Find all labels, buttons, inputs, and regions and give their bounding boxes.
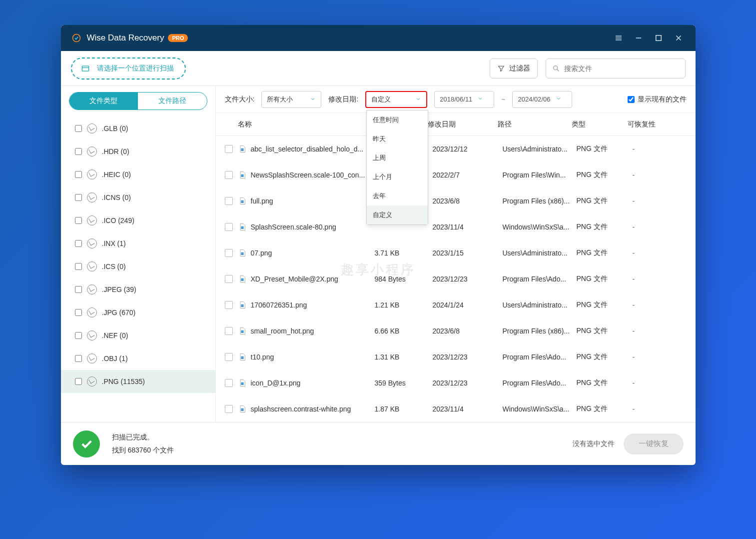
dropdown-option[interactable]: 昨天 (367, 130, 428, 148)
col-type[interactable]: 类型 (572, 120, 628, 129)
toolbar: 请选择一个位置进行扫描 过滤器 (61, 51, 696, 86)
row-checkbox[interactable] (225, 249, 233, 257)
file-path: Users\Administrato... (503, 301, 577, 309)
file-name: t10.png (251, 353, 375, 361)
table-row[interactable]: 17060726351.png1.21 KB2024/1/24Users\Adm… (216, 292, 696, 318)
date-from-value: 2018/06/11 (440, 96, 472, 103)
file-recoverability: - (633, 197, 687, 205)
col-name[interactable]: 名称 (225, 120, 370, 129)
file-path: Windows\WinSxS\a... (503, 405, 577, 413)
svg-point-0 (72, 34, 80, 42)
sidebar-item[interactable]: .ICO (249) (61, 209, 215, 232)
col-path[interactable]: 路径 (498, 120, 572, 129)
row-checkbox[interactable] (225, 145, 233, 153)
table-row[interactable]: icon_D@1x.png359 Bytes2023/12/23Program … (216, 370, 696, 396)
search-box[interactable] (546, 58, 686, 78)
dropdown-option[interactable]: 去年 (367, 186, 428, 206)
show-existing-input[interactable] (628, 96, 635, 103)
file-path: Program Files (x86)... (503, 327, 577, 335)
table-row[interactable]: full.png2023/6/8Program Files (x86)...PN… (216, 188, 696, 214)
menu-button[interactable] (612, 31, 626, 45)
row-checkbox[interactable] (225, 353, 233, 361)
table-row[interactable]: small_room_hot.png6.66 KB2023/6/8Program… (216, 318, 696, 344)
sidebar-item-checkbox[interactable] (75, 309, 82, 316)
sidebar-item-checkbox[interactable] (75, 194, 82, 201)
sidebar-item[interactable]: .NEF (0) (61, 324, 215, 347)
sidebar-item[interactable]: .HDR (0) (61, 140, 215, 163)
body: 文件类型 文件路径 .GLB (0).HDR (0).HEIC (0).ICNS… (61, 86, 696, 422)
tab-file-type[interactable]: 文件类型 (69, 92, 138, 110)
sidebar-item-label: .ICS (0) (102, 262, 126, 270)
select-location-button[interactable]: 请选择一个位置进行扫描 (71, 58, 186, 80)
dropdown-option[interactable]: 上周 (367, 148, 428, 168)
row-checkbox[interactable] (225, 327, 233, 335)
size-dropdown[interactable]: 所有大小 (261, 91, 321, 108)
svg-rect-13 (241, 382, 243, 385)
row-checkbox[interactable] (225, 197, 233, 205)
table-row[interactable]: XD_Preset_Mobile@2X.png984 Bytes2023/12/… (216, 266, 696, 292)
sidebar-item-checkbox[interactable] (75, 355, 82, 362)
sidebar-item[interactable]: .JPEG (39) (61, 278, 215, 301)
sidebar-item[interactable]: .JPG (670) (61, 301, 215, 324)
row-checkbox[interactable] (225, 275, 233, 283)
row-checkbox[interactable] (225, 223, 233, 231)
file-size: 1.21 KB (375, 301, 433, 309)
search-input[interactable] (564, 64, 679, 72)
sidebar-item[interactable]: .ICS (0) (61, 255, 215, 278)
file-recoverability: - (633, 379, 687, 387)
table-row[interactable]: abc_list_selector_disabled_holo_d...2023… (216, 136, 696, 162)
table-row[interactable]: splashscreen.contrast-white.png1.87 KB20… (216, 396, 696, 422)
recover-button[interactable]: 一键恢复 (624, 434, 684, 454)
scan-complete-icon (73, 430, 100, 458)
file-type-icon (87, 170, 97, 180)
sidebar-item-checkbox[interactable] (75, 217, 82, 224)
sidebar-item-checkbox[interactable] (75, 171, 82, 178)
sidebar-item-checkbox[interactable] (75, 148, 82, 155)
file-date: 2022/2/7 (433, 171, 503, 179)
row-checkbox[interactable] (225, 301, 233, 309)
sidebar-item[interactable]: .OBJ (1) (61, 347, 215, 370)
show-existing-checkbox[interactable]: 显示现有的文件 (628, 95, 687, 104)
sidebar-item-checkbox[interactable] (75, 378, 82, 385)
date-dropdown[interactable]: 自定义 任意时间昨天上周上个月去年自定义 (365, 91, 427, 108)
dropdown-option[interactable]: 上个月 (367, 168, 428, 186)
dropdown-option[interactable]: 自定义 (367, 206, 428, 224)
file-name: small_room_hot.png (251, 327, 375, 335)
row-checkbox[interactable] (225, 405, 233, 413)
date-to-input[interactable]: 2024/02/06 (512, 91, 572, 108)
sidebar-item[interactable]: .INX (1) (61, 232, 215, 255)
table-row[interactable]: SplashScreen.scale-80.png2023/11/4Window… (216, 214, 696, 240)
date-from-input[interactable]: 2018/06/11 (434, 91, 494, 108)
tab-file-path[interactable]: 文件路径 (138, 92, 207, 110)
sidebar-item-checkbox[interactable] (75, 240, 82, 247)
col-recover[interactable]: 可恢复性 (628, 120, 687, 129)
close-button[interactable] (672, 31, 686, 45)
sidebar-item-checkbox[interactable] (75, 263, 82, 270)
file-name: full.png (251, 197, 375, 205)
file-type: PNG 文件 (577, 300, 633, 310)
filter-button[interactable]: 过滤器 (490, 58, 538, 78)
size-filter-label: 文件大小: (225, 95, 255, 104)
sidebar-item-label: .GLB (0) (102, 124, 128, 132)
table-row[interactable]: 07.png3.71 KB2023/1/15Users\Administrato… (216, 240, 696, 266)
date-dropdown-menu: 任意时间昨天上周上个月去年自定义 (366, 110, 428, 225)
file-type: PNG 文件 (577, 222, 633, 232)
sidebar-item[interactable]: .GLB (0) (61, 117, 215, 140)
minimize-button[interactable] (632, 31, 646, 45)
row-checkbox[interactable] (225, 379, 233, 387)
table-row[interactable]: NewsSplashScreen.scale-100_con...2022/2/… (216, 162, 696, 188)
sidebar-item[interactable]: .PNG (11535) (61, 370, 215, 393)
col-date[interactable]: 修改日期 (428, 120, 498, 129)
app-logo-icon (71, 32, 82, 44)
dropdown-option[interactable]: 任意时间 (367, 110, 428, 130)
table-row[interactable]: t10.png1.31 KB2023/12/23Program Files\Ad… (216, 344, 696, 370)
sidebar-item-checkbox[interactable] (75, 332, 82, 339)
sidebar-item[interactable]: .ICNS (0) (61, 186, 215, 209)
maximize-button[interactable] (652, 31, 666, 45)
svg-rect-10 (241, 304, 243, 307)
size-dropdown-value: 所有大小 (267, 95, 306, 104)
sidebar-item-checkbox[interactable] (75, 286, 82, 293)
row-checkbox[interactable] (225, 171, 233, 179)
sidebar-item[interactable]: .HEIC (0) (61, 163, 215, 186)
sidebar-item-checkbox[interactable] (75, 125, 82, 132)
